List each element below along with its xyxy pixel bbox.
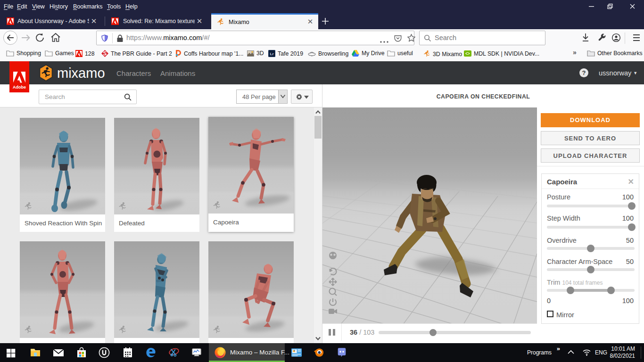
svg-text:?: ? [582, 69, 586, 76]
svg-text:Adobe: Adobe [13, 85, 26, 90]
svg-text:Lr: Lr [270, 52, 274, 56]
